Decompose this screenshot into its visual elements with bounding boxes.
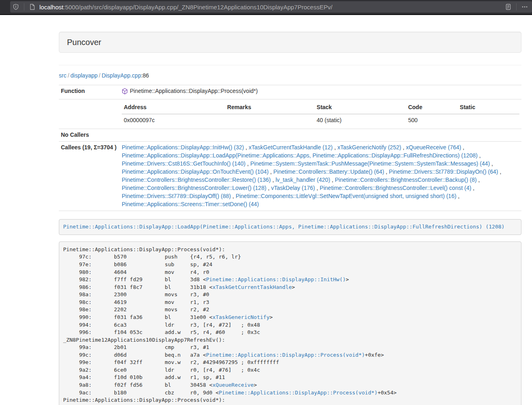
url-address[interactable]: localhost:5000/path/src/displayapp/Displ… bbox=[39, 4, 503, 11]
callee-link[interactable]: lv_task_handler (420) bbox=[276, 177, 330, 183]
callee-separator: , bbox=[269, 168, 274, 175]
browser-toolbar: localhost:5000/path/src/displayapp/Displ… bbox=[0, 0, 532, 14]
callee-separator: , bbox=[384, 168, 389, 175]
callee-separator: , bbox=[461, 144, 464, 151]
app-header: Puncover bbox=[59, 32, 521, 53]
column-header-code: Code bbox=[406, 101, 458, 114]
callee-link[interactable]: Pinetime::Controllers::BrightnessControl… bbox=[320, 185, 471, 191]
callers-row: No Callers bbox=[59, 129, 521, 141]
callee-link[interactable]: xTaskGetCurrentTaskHandle (12) bbox=[249, 144, 333, 151]
breadcrumb-link-displayapp[interactable]: displayapp bbox=[71, 72, 98, 79]
breadcrumb-line-number: :86 bbox=[141, 72, 149, 79]
code-value: 500 bbox=[406, 114, 458, 127]
callee-separator: , bbox=[477, 177, 480, 183]
callee-separator: , bbox=[457, 193, 460, 199]
asm-symbol-link[interactable]: Pinetime::Applications::DisplayApp::Proc… bbox=[219, 390, 377, 396]
column-header-address: Address bbox=[122, 101, 225, 114]
static-value bbox=[458, 114, 519, 127]
divider bbox=[59, 65, 521, 65]
callee-link[interactable]: xTaskGenericNotify (252) bbox=[337, 144, 401, 151]
callee-link[interactable]: Pinetime::Controllers::BrightnessControl… bbox=[122, 177, 271, 183]
function-cube-icon bbox=[122, 88, 128, 97]
callee-separator: , bbox=[315, 185, 320, 191]
disassembly-block: Pinetime::Applications::DisplayApp::Proc… bbox=[59, 241, 521, 405]
stack-value: 40 (static) bbox=[314, 114, 406, 127]
function-metrics-table: Address Remarks Stack Code Static 0x0000… bbox=[122, 101, 519, 127]
callee-link[interactable]: Pinetime::Drivers::St7789::DisplayOff() … bbox=[122, 193, 231, 199]
column-header-static: Static bbox=[458, 101, 519, 114]
breadcrumb-separator: / bbox=[67, 72, 71, 79]
highlighted-callee-link[interactable]: Pinetime::Applications::DisplayApp::Load… bbox=[63, 224, 505, 230]
asm-symbol-link[interactable]: xTaskGenericNotify bbox=[212, 314, 269, 320]
callee-link[interactable]: Pinetime::Controllers::BrightnessControl… bbox=[335, 177, 476, 183]
callee-link[interactable]: Pinetime::System::SystemTask::PushMessag… bbox=[250, 160, 490, 167]
address-value: 0x0000097c bbox=[122, 114, 225, 127]
callee-link[interactable]: Pinetime::Controllers::Battery::Update()… bbox=[274, 168, 384, 175]
function-row: Function Pinetime::Applications::Display… bbox=[59, 85, 521, 99]
breadcrumb-link-file[interactable]: DisplayApp.cpp bbox=[101, 72, 141, 79]
callee-separator: , bbox=[490, 160, 493, 167]
callee-separator: , bbox=[271, 177, 276, 183]
callee-separator: , bbox=[330, 177, 335, 183]
function-table: Function Pinetime::Applications::Display… bbox=[59, 85, 521, 211]
page-container: Puncover src/displayapp/DisplayApp.cpp:8… bbox=[59, 32, 521, 405]
callee-separator: , bbox=[401, 144, 406, 151]
asm-symbol-link[interactable]: Pinetime::Applications::DisplayApp::Proc… bbox=[206, 352, 365, 358]
callee-link[interactable]: Pinetime::Applications::DisplayApp::Init… bbox=[122, 144, 244, 151]
callee-separator: , bbox=[471, 185, 474, 191]
shield-icon[interactable] bbox=[10, 4, 22, 10]
callee-separator: , bbox=[333, 144, 338, 151]
callees-label: Callees (19, Σ=3704 ) bbox=[59, 141, 120, 211]
callee-link[interactable]: Pinetime::Controllers::BrightnessControl… bbox=[122, 185, 266, 191]
callee-link[interactable]: Pinetime::Drivers::St7789::DisplayOn() (… bbox=[389, 168, 498, 175]
callee-separator: , bbox=[498, 168, 502, 175]
reader-view-icon[interactable] bbox=[503, 4, 514, 10]
toolbar-divider bbox=[516, 3, 517, 11]
callee-link[interactable]: xQueueReceive (764) bbox=[406, 144, 461, 151]
table-row: 0x0000097c 40 (static) 500 bbox=[122, 114, 519, 127]
breadcrumb-separator: / bbox=[98, 72, 102, 79]
highlighted-callee-block: Pinetime::Applications::DisplayApp::Load… bbox=[59, 219, 521, 235]
no-callers-label: No Callers bbox=[59, 129, 120, 141]
breadcrumb-link-src[interactable]: src bbox=[59, 72, 67, 79]
remarks-value bbox=[225, 114, 315, 127]
url-path: :5000/path/src/displayapp/DisplayApp.cpp… bbox=[63, 4, 332, 11]
callee-link[interactable]: Pinetime::Applications::DisplayApp::Load… bbox=[122, 152, 478, 159]
function-label: Function bbox=[59, 85, 120, 99]
page-icon[interactable] bbox=[27, 4, 38, 10]
breadcrumb: src/displayapp/DisplayApp.cpp:86 bbox=[59, 71, 521, 80]
column-header-stack: Stack bbox=[314, 101, 406, 114]
callee-link[interactable]: Pinetime::Applications::DisplayApp::OnTo… bbox=[122, 168, 269, 175]
callee-separator: , bbox=[244, 144, 249, 151]
function-detail-row: Address Remarks Stack Code Static 0x0000… bbox=[59, 99, 521, 129]
callee-separator: , bbox=[478, 152, 481, 159]
callee-separator: , bbox=[246, 160, 250, 167]
column-header-remarks: Remarks bbox=[225, 101, 315, 114]
url-bar[interactable]: localhost:5000/path/src/displayapp/Displ… bbox=[10, 1, 532, 13]
callee-link[interactable]: Pinetime::Drivers::Cst816S::GetTouchInfo… bbox=[122, 160, 246, 167]
menu-icon[interactable] bbox=[519, 4, 532, 10]
callee-link[interactable]: Pinetime::Applications::Screens::Timer::… bbox=[122, 201, 259, 207]
callee-separator: , bbox=[231, 193, 236, 199]
asm-symbol-link[interactable]: xQueueReceive bbox=[212, 382, 254, 388]
function-name: Pinetime::Applications::DisplayApp::Proc… bbox=[130, 87, 258, 95]
toolbar-divider bbox=[24, 3, 24, 11]
callee-separator: , bbox=[266, 185, 271, 191]
page-title: Puncover bbox=[67, 38, 513, 46]
callees-list: Pinetime::Applications::DisplayApp::Init… bbox=[120, 141, 521, 211]
url-host: localhost bbox=[39, 4, 63, 11]
callees-row: Callees (19, Σ=3704 ) Pinetime::Applicat… bbox=[59, 141, 521, 211]
toolbar-border bbox=[0, 14, 532, 15]
callee-link[interactable]: Pinetime::Components::LittleVgl::SetNewT… bbox=[236, 193, 457, 199]
asm-symbol-link[interactable]: xTaskGetCurrentTaskHandle bbox=[212, 284, 292, 290]
callee-link[interactable]: vTaskDelay (176) bbox=[271, 185, 315, 191]
asm-symbol-link[interactable]: Pinetime::Applications::DisplayApp::Init… bbox=[206, 276, 346, 282]
